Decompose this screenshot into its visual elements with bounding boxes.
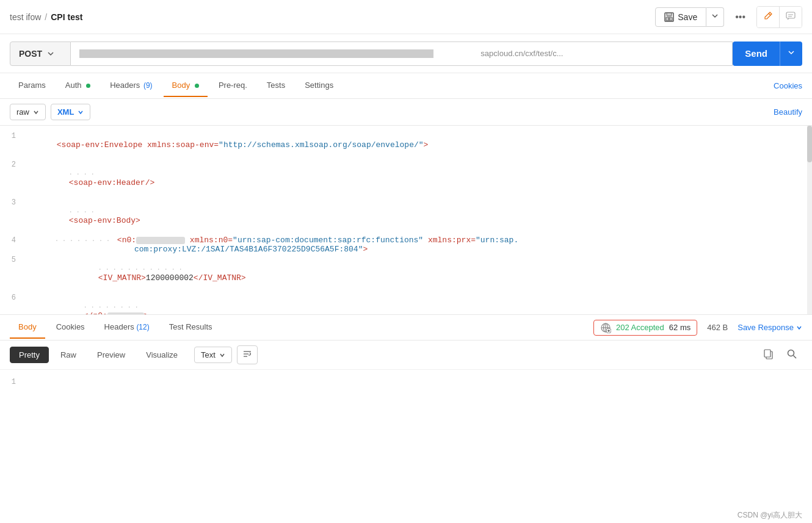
status-size: 462 B [707, 323, 728, 332]
svg-rect-18 [764, 350, 770, 357]
tab-auth[interactable]: Auth [57, 74, 99, 97]
breadcrumb-separator: / [45, 12, 47, 22]
breadcrumb-parent[interactable]: test ifow [10, 12, 41, 22]
response-line-1: 1 [0, 375, 812, 388]
response-content: 1 [0, 370, 812, 393]
request-tabs: Params Auth Headers (9) Body Pre-req. Te… [0, 73, 812, 99]
line-content-1[interactable]: <soap-env:Envelope xmlns:soap-env="http:… [26, 131, 812, 159]
line-num-3: 3 [0, 198, 26, 207]
edit-button[interactable] [757, 7, 780, 27]
send-label: Send [745, 48, 767, 59]
headers-count: (9) [143, 81, 153, 90]
beautify-button[interactable]: Beautify [774, 107, 802, 117]
cookies-link[interactable]: Cookies [774, 81, 802, 90]
url-input[interactable] [71, 41, 733, 66]
scrollbar-thumb[interactable] [807, 126, 812, 162]
svg-point-19 [788, 350, 794, 356]
code-line-5: 5 · · · · · · · · · · · · <IV_MATNR>1200… [0, 254, 812, 292]
visualize-button[interactable]: Visualize [137, 347, 187, 363]
tab-headers[interactable]: Headers (9) [101, 74, 161, 97]
line-num-2: 2 [0, 160, 26, 169]
copy-button[interactable] [758, 346, 779, 364]
breadcrumb-current: CPI test [51, 12, 82, 22]
xml-val: "http://schemas.xmlsoap.org/soap/envelop… [219, 140, 423, 150]
response-tab-cookies-label: Cookies [56, 322, 85, 331]
status-time: 62 ms [669, 323, 691, 332]
search-icon [786, 348, 797, 359]
floppy-icon [664, 12, 674, 22]
send-button[interactable]: Send [733, 41, 780, 66]
line-content-4[interactable]: · · · · · · · · <n0:XXXXXXXX xmlns:n0="u… [26, 236, 812, 254]
method-label: POST [19, 49, 42, 59]
save-button[interactable]: Save [655, 7, 706, 27]
tab-prereq[interactable]: Pre-req. [210, 74, 256, 97]
comment-button[interactable] [780, 7, 802, 27]
top-header: test ifow / CPI test Save ••• [0, 0, 812, 34]
response-tab-body[interactable]: Body [10, 316, 45, 339]
search-button[interactable] [781, 346, 802, 364]
svg-rect-3 [668, 18, 670, 20]
response-tab-cookies[interactable]: Cookies [48, 316, 93, 339]
response-tab-headers[interactable]: Headers (12) [96, 316, 158, 339]
svg-rect-1 [667, 13, 672, 16]
svg-line-20 [794, 355, 797, 358]
code-line-2: 2 · · · · <soap-env:Header/> [0, 159, 812, 197]
save-response-chevron-icon [796, 325, 802, 331]
response-headers-count: (12) [136, 323, 149, 331]
text-chevron-icon [219, 352, 225, 358]
raw-dropdown[interactable]: raw [10, 104, 46, 120]
text-dropdown[interactable]: Text [194, 347, 232, 363]
xml-tag: <soap-env:Envelope [57, 140, 147, 150]
code-editor: 1 <soap-env:Envelope xmlns:soap-env="htt… [0, 126, 812, 315]
request-bar: POST Send [0, 34, 812, 73]
comment-icon [786, 11, 796, 21]
response-controls: Pretty Raw Preview Visualize Text [0, 341, 812, 370]
wrap-button[interactable] [237, 345, 258, 364]
tab-body[interactable]: Body [164, 74, 208, 97]
line-content-6[interactable]: · · · · · · · · </n0:XXXXX> [26, 293, 812, 315]
raw-button[interactable]: Raw [51, 347, 85, 363]
tab-params-label: Params [18, 81, 46, 90]
response-tab-test-results[interactable]: Test Results [161, 316, 221, 339]
xml-chevron-icon [78, 109, 84, 115]
body-controls: raw XML Beautify [0, 99, 812, 126]
response-tabs: Body Cookies Headers (12) Test Results [0, 315, 812, 341]
response-tab-body-label: Body [18, 322, 37, 331]
wrap-icon [242, 349, 252, 359]
save-button-group: Save [655, 7, 724, 27]
pretty-button[interactable]: Pretty [10, 347, 49, 363]
tab-headers-label: Headers [110, 81, 140, 90]
status-box: 202 Accepted 62 ms [593, 320, 697, 336]
text-label: Text [201, 350, 216, 359]
code-line-4: 4 · · · · · · · · <n0:XXXXXXXX xmlns:n0=… [0, 235, 812, 254]
line-content-3[interactable]: · · · · <soap-env:Body> [26, 198, 812, 234]
method-select[interactable]: POST [10, 41, 71, 66]
tab-tests[interactable]: Tests [258, 74, 294, 97]
send-dropdown-button[interactable] [780, 41, 802, 66]
tab-params[interactable]: Params [10, 74, 54, 97]
line-content-5[interactable]: · · · · · · · · · · · · <IV_MATNR>120000… [26, 255, 812, 292]
tab-settings[interactable]: Settings [296, 74, 342, 97]
code-line-3: 3 · · · · <soap-env:Body> [0, 197, 812, 235]
pencil-icon [763, 11, 773, 21]
status-indicator: 202 Accepted 62 ms 462 B Save Response [593, 320, 802, 336]
save-response-button[interactable]: Save Response [738, 323, 802, 332]
line-num-1: 1 [0, 131, 26, 140]
status-code: 202 Accepted [616, 323, 664, 332]
xml-label: XML [57, 107, 74, 117]
more-button[interactable]: ••• [729, 7, 752, 27]
response-section: Body Cookies Headers (12) Test Results [0, 315, 812, 425]
body-dot [195, 84, 199, 88]
tab-auth-label: Auth [65, 81, 82, 90]
xml-dropdown[interactable]: XML [51, 104, 90, 120]
save-dropdown-button[interactable] [706, 7, 724, 27]
tab-prereq-label: Pre-req. [219, 81, 247, 90]
line-content-2[interactable]: · · · · <soap-env:Header/> [26, 160, 812, 197]
preview-button[interactable]: Preview [88, 347, 134, 363]
response-tab-test-results-label: Test Results [169, 322, 212, 331]
tab-settings-label: Settings [305, 81, 333, 90]
scrollbar-track[interactable] [807, 126, 812, 314]
send-button-group: Send [733, 41, 802, 66]
code-line-6: 6 · · · · · · · · </n0:XXXXX> [0, 292, 812, 315]
line-num-4: 4 [0, 236, 26, 245]
